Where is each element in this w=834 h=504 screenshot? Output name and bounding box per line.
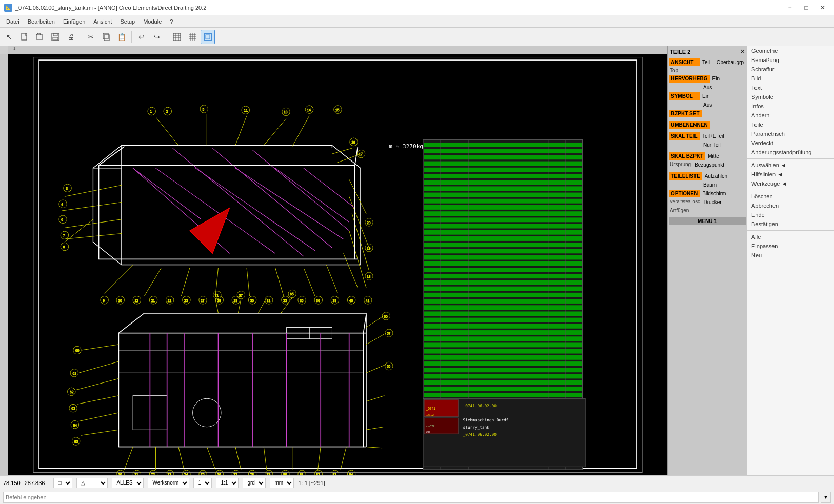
scale-dropdown[interactable]: 1:1 <box>216 478 239 488</box>
svg-text:80: 80 <box>283 473 287 475</box>
menu-symbole[interactable]: Symbole <box>747 92 834 102</box>
menu-bar-item-setup[interactable]: Setup <box>116 17 139 26</box>
menu-text[interactable]: Text <box>747 83 834 92</box>
bezugspunkt-button[interactable]: Bezugspunkt <box>692 161 746 169</box>
open-button[interactable] <box>33 30 47 44</box>
command-dropdown-button[interactable]: ▼ <box>821 492 831 503</box>
menu-geometrie[interactable]: Geometrie <box>747 46 834 55</box>
menu-ende[interactable]: Ende <box>747 210 834 219</box>
optionen-button[interactable]: OPTIONEN <box>669 190 700 197</box>
layer-dropdown[interactable]: ALLES <box>112 478 144 488</box>
fr-sep-2 <box>747 190 834 190</box>
menu-bestaetigen[interactable]: Bestätigen <box>747 219 834 229</box>
table-button[interactable] <box>170 30 184 44</box>
svg-rect-18 <box>204 33 211 41</box>
herv-ein-button[interactable]: Ein <box>710 75 746 83</box>
anfuegen-label: Anfügen <box>669 207 690 214</box>
minimize-button[interactable]: − <box>783 2 797 13</box>
hervorhebg-button[interactable]: HERVORHEBG <box>669 75 710 83</box>
shape-dropdown[interactable]: □ <box>53 478 72 488</box>
baum-button[interactable]: Baum <box>701 181 746 189</box>
menu-aenderungsstandpruefung[interactable]: Änderungsstandprüfung <box>747 148 834 157</box>
svg-text:65: 65 <box>290 292 294 296</box>
svg-rect-272 <box>424 368 582 372</box>
teileliste-button[interactable]: TEILELISTE <box>669 172 702 180</box>
svg-text:.06.02: .06.02 <box>426 413 433 416</box>
menu-loeschen[interactable]: Löschen <box>747 192 834 201</box>
mitte-button[interactable]: Mitte <box>706 152 746 160</box>
num1-dropdown[interactable]: 1 <box>193 478 212 488</box>
bzpkt-set-button[interactable]: BZPKT SET <box>669 110 702 117</box>
coord-dropdown[interactable]: grd <box>243 478 266 488</box>
unit-dropdown[interactable]: mm <box>270 478 294 488</box>
teil-button[interactable]: Teil <box>700 58 714 66</box>
drucker-button[interactable]: Drucker <box>702 198 746 206</box>
svg-text:3: 3 <box>66 187 68 190</box>
menu-einpassen[interactable]: Einpassen <box>747 241 834 251</box>
menu1-button[interactable]: MENÜ 1 <box>669 217 746 225</box>
cursor-tool-button[interactable]: ↖ <box>2 30 16 44</box>
svg-point-145 <box>193 398 221 427</box>
menu-aendern[interactable]: Ändern <box>747 111 834 120</box>
paste-button[interactable]: 📋 <box>114 30 129 44</box>
maximize-button[interactable]: □ <box>799 2 813 13</box>
bildschirm-button[interactable]: Bildschirm <box>700 190 746 197</box>
menu-verdeckt[interactable]: Verdeckt <box>747 138 834 148</box>
close-button[interactable]: ✕ <box>816 2 830 13</box>
svg-line-37 <box>275 268 284 296</box>
undo-button[interactable]: ↩ <box>134 30 149 44</box>
print-button[interactable]: 🖨 <box>64 30 78 44</box>
nur-teil-button[interactable]: Nur Teil <box>701 141 746 149</box>
teile2-close-icon[interactable]: ✕ <box>740 48 745 55</box>
menu-bemaszung[interactable]: Bemaßung <box>747 55 834 65</box>
menu-bild[interactable]: Bild <box>747 74 834 83</box>
redo-button[interactable]: ↪ <box>150 30 164 44</box>
copy-button[interactable] <box>99 30 113 44</box>
menu-werkzeuge[interactable]: Werkzeuge ◄ <box>747 179 834 188</box>
menu-abbrechen[interactable]: Abbrechen <box>747 201 834 210</box>
menu-infos[interactable]: Infos <box>747 102 834 111</box>
norm-dropdown[interactable]: Werksnorm <box>148 478 189 488</box>
save-button[interactable] <box>48 30 63 44</box>
svg-text:11: 11 <box>244 109 248 112</box>
menu-teile[interactable]: Teile <box>747 120 834 129</box>
menu-bar-item-module[interactable]: Module <box>139 17 166 26</box>
svg-text:77: 77 <box>233 473 237 475</box>
menu-bar-item-?[interactable]: ? <box>166 17 177 26</box>
menu-neu[interactable]: Neu <box>747 251 834 260</box>
sym-aus-button[interactable]: Aus <box>701 101 746 109</box>
menu-hilfslinien[interactable]: Hilfslinien ◄ <box>747 170 834 179</box>
symbol-button[interactable]: SYMBOL <box>669 92 700 100</box>
main-canvas[interactable]: m ≈ 3270kg <box>8 54 667 475</box>
menu-parametrisch[interactable]: Parametrisch <box>747 129 834 138</box>
grid-button[interactable] <box>185 30 200 44</box>
teile2-skalbzpkt-row: SKAL BZPKT Mitte <box>669 152 746 160</box>
sym-ein-button[interactable]: Ein <box>700 92 746 100</box>
skal-bzpkt-button[interactable]: SKAL BZPKT <box>669 152 705 160</box>
frame-button[interactable] <box>201 30 215 44</box>
new-button[interactable] <box>17 30 32 44</box>
menu-bar-item-einfügen[interactable]: Einfügen <box>59 17 89 26</box>
herv-aus-button[interactable]: Aus <box>701 84 746 91</box>
teil-eteil-button[interactable]: Teil+ETeil <box>700 132 746 140</box>
menu-bar-item-ansicht[interactable]: Ansicht <box>89 17 116 26</box>
skal-teil-button[interactable]: SKAL TEIL <box>669 132 700 140</box>
svg-text:70: 70 <box>118 473 122 475</box>
command-input[interactable] <box>3 492 819 503</box>
svg-text:7: 7 <box>63 234 65 237</box>
line-dropdown[interactable]: △ —— <box>76 478 108 488</box>
svg-text:73: 73 <box>168 473 172 475</box>
aufzaehlen-button[interactable]: Aufzählen <box>703 172 746 180</box>
menu-auswaehlen[interactable]: Auswählen ◄ <box>747 160 834 170</box>
menu-alle[interactable]: Alle <box>747 232 834 241</box>
cut-button[interactable]: ✂ <box>84 30 98 44</box>
menu-schraffur[interactable]: Schraffur <box>747 65 834 74</box>
umbenennen-button[interactable]: UMBENENNEN <box>669 121 710 129</box>
menu-bar-item-bearbeiten[interactable]: Bearbeiten <box>24 17 59 26</box>
ansicht-button[interactable]: ANSICHT <box>669 58 700 66</box>
oberbaugrp-button[interactable]: Oberbaugrp <box>714 58 746 66</box>
svg-line-55 <box>252 150 349 231</box>
svg-line-164 <box>178 447 184 470</box>
menu-bar-item-datei[interactable]: Datei <box>2 17 24 26</box>
toolbar: ↖ 🖨 ✂ 📋 ↩ ↪ <box>0 28 834 46</box>
